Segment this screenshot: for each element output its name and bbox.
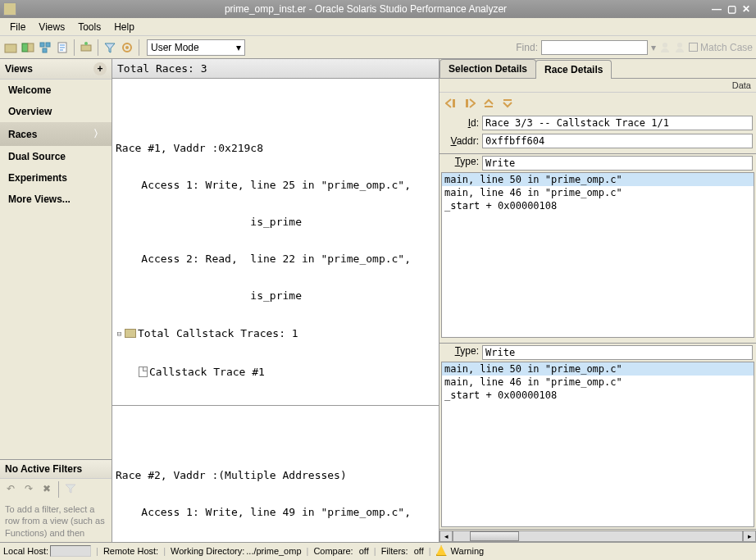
sidebar-item-moreviews[interactable]: More Views... bbox=[0, 189, 112, 210]
trace-line[interactable]: _start + 0x00000108 bbox=[442, 199, 754, 212]
filter-icon[interactable] bbox=[102, 40, 117, 55]
export-icon[interactable] bbox=[55, 40, 70, 55]
add-view-button[interactable]: + bbox=[93, 62, 107, 75]
find-dropdown-icon[interactable]: ▾ bbox=[651, 42, 656, 53]
race-access1b: is_prime bbox=[116, 216, 435, 228]
access1-panel: Type: Write main, line 50 in "prime_omp.… bbox=[439, 153, 756, 339]
filters-header: No Active Filters bbox=[0, 460, 112, 479]
app-icon bbox=[3, 2, 16, 16]
type1-value: Write bbox=[482, 156, 753, 171]
nav-down-icon[interactable] bbox=[499, 96, 516, 111]
views-title: Views bbox=[5, 63, 33, 75]
access2-panel: Type: Write main, line 50 in "prime_omp.… bbox=[439, 343, 756, 529]
vaddr-value: 0xffbff604 bbox=[482, 134, 753, 148]
filter-funnel-icon[interactable] bbox=[62, 481, 79, 496]
compare-icon[interactable] bbox=[20, 40, 35, 55]
data-column-label: Data bbox=[439, 79, 756, 93]
toolbar: User Mode ▾ Find: ▾ Match Case bbox=[0, 36, 756, 59]
race-block-1[interactable]: Race #1, Vaddr :0x219c8 Access 1: Write,… bbox=[112, 116, 439, 406]
window-title: prime_omp_inst.er - Oracle Solaris Studi… bbox=[21, 3, 710, 15]
traces-label: Total Callstack Traces: 1 bbox=[138, 327, 298, 339]
nav-buttons bbox=[439, 93, 756, 114]
connect-icon[interactable] bbox=[79, 40, 93, 55]
trace-label: Callstack Trace #1 bbox=[149, 366, 265, 378]
menu-file[interactable]: File bbox=[3, 20, 32, 34]
tree-toggle-icon[interactable]: ⊟ bbox=[116, 330, 123, 337]
menu-help[interactable]: Help bbox=[107, 20, 141, 34]
scroll-thumb[interactable] bbox=[470, 531, 519, 541]
trace-leaf[interactable]: Callstack Trace #1 bbox=[116, 365, 435, 379]
race-block-2[interactable]: Race #2, Vaddr :(Multiple Addresses) Acc… bbox=[112, 443, 439, 542]
race-title: Race #1, Vaddr :0x219c8 bbox=[116, 142, 435, 154]
svg-point-8 bbox=[84, 42, 88, 45]
window-controls: — ▢ ✕ bbox=[710, 3, 753, 15]
svg-rect-16 bbox=[503, 99, 512, 101]
close-button[interactable]: ✕ bbox=[740, 3, 753, 15]
compare-value: off bbox=[359, 546, 369, 556]
menubar: File Views Tools Help bbox=[0, 18, 756, 36]
find-input[interactable] bbox=[541, 40, 648, 55]
nav-prev-icon[interactable] bbox=[443, 96, 459, 111]
statusbar: Local Host: | Remote Host: | Working Dir… bbox=[0, 542, 756, 558]
menu-tools[interactable]: Tools bbox=[71, 20, 107, 34]
filters-hint: To add a filter, select a row from a vie… bbox=[0, 500, 112, 542]
find-label: Find: bbox=[516, 42, 538, 53]
svg-point-10 bbox=[125, 46, 129, 49]
svg-rect-0 bbox=[5, 44, 16, 52]
trace-line[interactable]: main, line 50 in "prime_omp.c" bbox=[442, 362, 754, 376]
undo-icon[interactable]: ↶ bbox=[2, 481, 19, 496]
race-list[interactable]: Race #1, Vaddr :0x219c8 Access 1: Write,… bbox=[112, 79, 439, 542]
race-access1: Access 1: Write, line 25 in "prime_omp.c… bbox=[116, 179, 435, 191]
maximize-button[interactable]: ▢ bbox=[725, 3, 738, 15]
remotehost-label: Remote Host: bbox=[103, 546, 158, 556]
tab-race-details[interactable]: Race Details bbox=[535, 60, 612, 79]
scroll-track[interactable] bbox=[453, 530, 743, 542]
sidebar-item-dualsource[interactable]: Dual Source bbox=[0, 146, 112, 167]
svg-rect-13 bbox=[453, 99, 455, 107]
menu-views[interactable]: Views bbox=[32, 20, 71, 34]
remove-filter-icon[interactable]: ✖ bbox=[39, 481, 55, 496]
scroll-right-icon[interactable]: ▸ bbox=[743, 530, 756, 542]
horizontal-scrollbar[interactable]: ◂ ▸ bbox=[439, 529, 756, 542]
warning-label[interactable]: Warning bbox=[451, 546, 485, 556]
settings-icon[interactable] bbox=[120, 40, 134, 55]
races-panel: Total Races: 3 Race #1, Vaddr :0x219c8 A… bbox=[112, 59, 439, 542]
tab-selection-details[interactable]: Selection Details bbox=[439, 59, 536, 78]
trace-line[interactable]: _start + 0x00000108 bbox=[442, 389, 754, 402]
trace2-body[interactable]: main, line 50 in "prime_omp.c" main, lin… bbox=[441, 362, 754, 527]
dropdown-icon: ▾ bbox=[236, 42, 241, 53]
trace-line[interactable]: main, line 46 in "prime_omp.c" bbox=[442, 376, 754, 389]
mode-select[interactable]: User Mode ▾ bbox=[147, 39, 245, 56]
sidebar-item-overview[interactable]: Overview bbox=[0, 101, 112, 122]
mode-value: User Mode bbox=[151, 42, 199, 53]
find-next-icon[interactable] bbox=[674, 42, 685, 53]
svg-rect-1 bbox=[22, 43, 28, 52]
trace1-body[interactable]: main, line 50 in "prime_omp.c" main, lin… bbox=[441, 172, 754, 338]
sidebar-item-welcome[interactable]: Welcome bbox=[0, 80, 112, 101]
matchcase-checkbox[interactable] bbox=[689, 43, 698, 52]
trace-line[interactable]: main, line 46 in "prime_omp.c" bbox=[442, 186, 754, 199]
aggregate-icon[interactable] bbox=[38, 40, 52, 55]
filters-section: No Active Filters ↶ ↷ ✖ To add a filter,… bbox=[0, 459, 112, 542]
find-prev-icon[interactable] bbox=[659, 42, 671, 53]
traces-node[interactable]: ⊟ Total Callstack Traces: 1 bbox=[116, 326, 435, 340]
trace-line[interactable]: main, line 50 in "prime_omp.c" bbox=[442, 173, 754, 186]
scroll-left-icon[interactable]: ◂ bbox=[439, 530, 453, 542]
chevron-right-icon: 〉 bbox=[93, 127, 103, 141]
sidebar-item-experiments[interactable]: Experiments bbox=[0, 167, 112, 189]
open-icon[interactable] bbox=[3, 40, 18, 55]
svg-rect-5 bbox=[43, 48, 47, 52]
compare-label: Compare: bbox=[313, 546, 353, 556]
id-value: Race 3/3 -- Callstack Trace 1/1 bbox=[482, 116, 753, 130]
redo-icon[interactable]: ↷ bbox=[20, 481, 37, 496]
details-panel: Selection Details Race Details Data Id: … bbox=[439, 59, 756, 542]
sidebar-item-races[interactable]: Races 〉 bbox=[0, 122, 112, 146]
svg-point-12 bbox=[677, 43, 682, 48]
nav-up-icon[interactable] bbox=[480, 96, 497, 111]
matchcase[interactable]: Match Case bbox=[689, 42, 753, 53]
filters-label: Filters: bbox=[381, 546, 408, 556]
nav-next-icon[interactable] bbox=[462, 96, 478, 111]
workingdir-value: .../prime_omp bbox=[246, 546, 301, 556]
minimize-button[interactable]: — bbox=[710, 3, 723, 15]
race-title: Race #2, Vaddr :(Multiple Addresses) bbox=[116, 469, 435, 481]
